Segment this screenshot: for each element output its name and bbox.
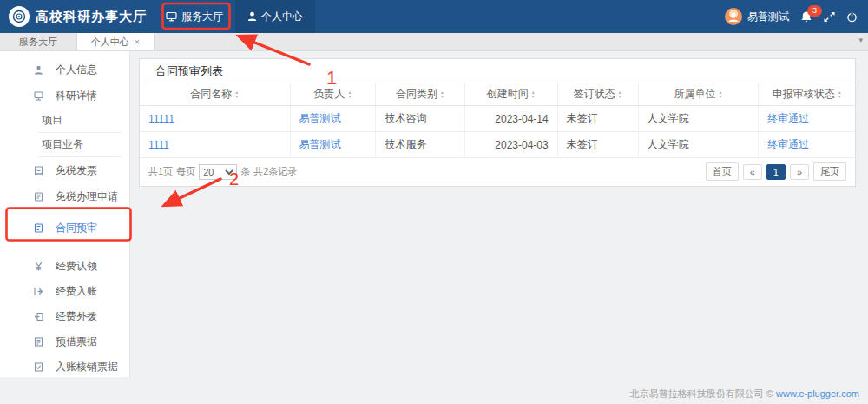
col-category[interactable]: 合同类别	[376, 83, 464, 106]
tab-personal-center[interactable]: 个人中心 ×	[77, 33, 155, 50]
col-review-status[interactable]: 申报审核状态	[759, 83, 855, 106]
col-created[interactable]: 创建时间	[464, 83, 557, 106]
sidebar-item-entry-verification-notes[interactable]: 入账核销票据	[0, 354, 129, 380]
topbar-right: 易普测试 3	[725, 8, 868, 25]
sort-icon	[618, 90, 622, 99]
last-page-button[interactable]: 尾页	[813, 162, 846, 181]
monitor-icon	[166, 11, 177, 22]
panel-title: 合同预审列表	[140, 59, 855, 83]
contract-review-table: 合同名称 负责人 合同类别 创建时间 签订状态 所属单位 申报审核状态 1111…	[140, 83, 855, 158]
user-name[interactable]: 易普测试	[747, 10, 789, 24]
category-cell: 技术服务	[376, 132, 464, 158]
receipt-icon	[33, 337, 43, 347]
footer-link[interactable]: www.e-plugger.com	[776, 388, 859, 399]
sort-icon	[719, 90, 723, 99]
col-owner[interactable]: 负责人	[290, 83, 376, 106]
sidebar-item-label: 科研详情	[56, 89, 97, 103]
contract-name-link[interactable]: 1111	[148, 139, 169, 151]
top-menu: 服务大厅 个人中心	[154, 0, 315, 33]
pagination-buttons: 首页 « 1 » 尾页	[706, 162, 846, 181]
invoice-icon	[33, 166, 43, 176]
table-row: 11111 易普测试 技术咨询 2023-04-14 未签订 人文学院 终审通过	[140, 106, 855, 132]
sidebar-item-label: 个人信息	[56, 63, 97, 77]
tab-label: 个人中心	[91, 36, 129, 49]
sign-status-cell: 未签订	[557, 132, 638, 158]
sidebar-item-label: 预借票据	[56, 334, 97, 349]
first-page-button[interactable]: 首页	[706, 162, 739, 181]
sort-icon	[838, 90, 842, 99]
sidebar-item-label: 免税发票	[56, 163, 97, 178]
review-status-link[interactable]: 终审通过	[767, 138, 809, 150]
sidebar-item-taxfree-application[interactable]: 免税办理申请	[0, 183, 129, 209]
tab-bar: 服务大厅 个人中心 ×	[0, 33, 868, 51]
unit-cell: 人文学院	[638, 106, 758, 132]
form-icon	[33, 192, 43, 202]
funds-in-icon	[33, 287, 43, 296]
sidebar-item-contract-review[interactable]: 合同预审	[0, 215, 129, 241]
brand: 高校科研办事大厅	[0, 6, 147, 27]
sort-icon	[440, 90, 444, 99]
footer-copyright: ©	[766, 388, 773, 399]
sidebar-item-fund-allocation[interactable]: 经费外拨	[0, 304, 129, 329]
sidebar-item-label: 合同预审	[56, 221, 97, 235]
owner-link[interactable]: 易普测试	[299, 112, 341, 124]
sidebar-item-project-business[interactable]: 项目业务	[38, 133, 122, 157]
sidebar-item-label: 经费外拨	[56, 309, 97, 324]
per-page-select[interactable]: 20	[199, 164, 237, 180]
sort-icon	[347, 90, 352, 99]
sidebar-item-research-details[interactable]: 科研详情	[0, 83, 129, 109]
app-title: 高校科研办事大厅	[36, 9, 147, 25]
fullscreen-icon[interactable]	[824, 11, 835, 23]
sidebar-item-label: 经费入账	[56, 284, 97, 299]
per-page-suffix: 条	[240, 165, 250, 178]
power-icon[interactable]	[846, 11, 858, 23]
sort-icon	[531, 90, 536, 99]
avatar[interactable]	[725, 8, 742, 25]
sidebar-item-fund-claim[interactable]: 经费认领	[0, 253, 129, 279]
current-page-button[interactable]: 1	[766, 164, 786, 180]
notification-badge: 3	[807, 5, 822, 17]
contract-name-link[interactable]: 11111	[148, 113, 174, 125]
owner-link[interactable]: 易普测试	[299, 138, 341, 150]
menu-service-hall[interactable]: 服务大厅	[154, 0, 235, 33]
prev-page-button[interactable]: «	[743, 164, 762, 180]
menu-label: 服务大厅	[181, 10, 223, 24]
sidebar-item-personal-info[interactable]: 个人信息	[0, 56, 129, 83]
total-records: 共2条记录	[253, 165, 297, 178]
col-unit[interactable]: 所属单位	[638, 83, 758, 106]
total-pages: 共1页	[148, 165, 173, 178]
chevron-down-icon[interactable]	[858, 36, 863, 44]
created-cell: 2023-04-03	[464, 132, 557, 158]
contract-review-panel: 合同预审列表 合同名称 负责人 合同类别 创建时间 签订状态 所属单位	[139, 58, 856, 187]
sort-icon	[234, 90, 239, 99]
user-icon	[247, 11, 257, 22]
sidebar-item-label: 项目业务	[42, 137, 83, 152]
table-header-row: 合同名称 负责人 合同类别 创建时间 签订状态 所属单位 申报审核状态	[140, 83, 855, 106]
sidebar: 个人信息 科研详情 项目 项目业务 免税发票 免税办理申请 合同	[0, 51, 130, 377]
sidebar-item-label: 免税办理申请	[56, 189, 118, 204]
unit-cell: 人文学院	[638, 132, 758, 158]
sidebar-item-taxfree-invoice[interactable]: 免税发票	[0, 157, 129, 183]
user-icon	[33, 65, 43, 75]
app-window: 高校科研办事大厅 服务大厅 个人中心 易普测试 3	[0, 0, 868, 404]
tab-service-hall[interactable]: 服务大厅	[0, 33, 77, 50]
main-area: 合同预审列表 合同名称 负责人 合同类别 创建时间 签订状态 所属单位	[130, 51, 868, 404]
created-cell: 2023-04-14	[464, 106, 557, 132]
sidebar-item-projects[interactable]: 项目	[38, 109, 122, 133]
sidebar-item-fund-entry[interactable]: 经费入账	[0, 279, 129, 304]
content-area: 个人信息 科研详情 项目 项目业务 免税发票 免税办理申请 合同	[0, 51, 868, 404]
next-page-button[interactable]: »	[790, 164, 809, 180]
col-contract-name[interactable]: 合同名称	[140, 83, 290, 106]
bell-icon[interactable]: 3	[800, 10, 812, 23]
sidebar-item-label: 项目	[42, 113, 62, 128]
close-icon[interactable]: ×	[135, 36, 140, 47]
contract-icon	[33, 223, 43, 233]
col-sign-status[interactable]: 签订状态	[557, 83, 638, 106]
app-logo-icon	[9, 6, 30, 27]
sidebar-item-preborrow-notes[interactable]: 预借票据	[0, 329, 129, 354]
per-page-prefix: 每页	[176, 165, 195, 178]
review-status-link[interactable]: 终审通过	[767, 112, 809, 124]
menu-personal-center[interactable]: 个人中心	[235, 0, 315, 33]
sidebar-item-label: 入账核销票据	[56, 360, 118, 374]
sign-status-cell: 未签订	[557, 106, 638, 132]
